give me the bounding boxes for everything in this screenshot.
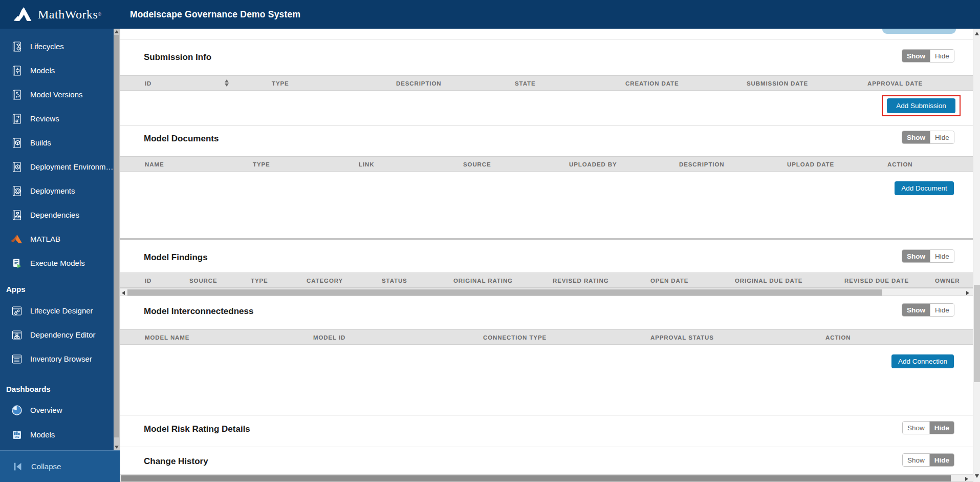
sidebar-item-execute-models[interactable]: Execute Models [0, 251, 114, 275]
execute-models-icon [10, 257, 23, 269]
show-button[interactable]: Show [903, 422, 929, 434]
column-header-approval-date: APPROVAL DATE [867, 76, 923, 91]
show-button[interactable]: Show [903, 454, 929, 466]
sidebar-item-dependencies[interactable]: Dependencies [0, 203, 114, 227]
mathworks-brand[interactable]: MathWorks ® [12, 5, 101, 24]
column-header-name: NAME [145, 157, 164, 172]
sidebar-section-apps: Apps [6, 282, 108, 296]
page-scrollbar-thumb[interactable] [121, 475, 951, 481]
column-header-action: ACTION [887, 157, 912, 172]
findings-scrollbar-thumb[interactable] [127, 289, 882, 296]
findings-horizontal-scrollbar[interactable] [120, 288, 973, 296]
hide-button[interactable]: Hide [929, 454, 954, 466]
column-header-source: SOURCE [463, 157, 491, 172]
model-documents-show-hide-toggle: Show Hide [902, 131, 954, 144]
hide-button[interactable]: Hide [930, 304, 954, 316]
hide-button[interactable]: Hide [930, 50, 954, 62]
column-header-type: TYPE [251, 273, 268, 288]
add-connection-button[interactable]: Add Connection [891, 354, 954, 368]
column-header-original-due-date: ORIGINAL DUE DATE [735, 273, 802, 288]
section-title-model-risk-rating: Model Risk Rating Details [144, 424, 250, 434]
column-header-connection-type: CONNECTION TYPE [483, 330, 547, 345]
collapse-icon [11, 460, 24, 473]
change-history-show-hide-toggle: Show Hide [902, 453, 954, 467]
sidebar-item-reviews[interactable]: Reviews [0, 107, 114, 131]
column-header-id: ID [145, 273, 151, 288]
add-submission-button[interactable]: Add Submission [887, 98, 955, 113]
partial-scrolled-button[interactable] [882, 29, 956, 34]
page-horizontal-scrollbar[interactable] [120, 474, 973, 482]
scroll-left-icon[interactable] [122, 291, 125, 295]
sidebar-item-dependency-editor[interactable]: Dependency Editor [0, 323, 114, 347]
sidebar-scrollbar-thumb[interactable] [114, 35, 119, 437]
hide-button[interactable]: Hide [930, 250, 954, 262]
hide-button[interactable]: Hide [930, 131, 954, 143]
scroll-right-icon[interactable] [965, 477, 968, 481]
hide-button[interactable]: Hide [929, 422, 954, 434]
column-header-approval-status: APPROVAL STATUS [650, 330, 714, 345]
sidebar-item-deployments[interactable]: Deployments [0, 179, 114, 203]
column-header-owner: OWNER [935, 273, 960, 288]
sidebar-item-builds[interactable]: Builds [0, 131, 114, 155]
main-content: Submission Info Show Hide ID TYPE DESCRI… [120, 29, 973, 482]
sidebar-item-label: Reviews [30, 114, 59, 123]
sidebar-item-deployment-environments[interactable]: Deployment Environm… [0, 155, 114, 179]
column-header-revised-rating: REVISED RATING [553, 273, 609, 288]
page-vertical-scrollbar[interactable] [973, 29, 980, 482]
interconnectedness-table-header: MODEL NAME MODEL ID CONNECTION TYPE APPR… [120, 329, 973, 345]
sidebar-item-label: MATLAB [30, 235, 60, 243]
sidebar-scrollbar[interactable] [114, 29, 120, 450]
column-header-source: SOURCE [189, 273, 217, 288]
sidebar-item-label: Overview [30, 406, 62, 414]
documents-table-header: NAME TYPE LINK SOURCE UPLOADED BY DESCRI… [120, 156, 973, 172]
show-button[interactable]: Show [902, 250, 930, 262]
sidebar-item-lifecycle-designer[interactable]: Lifecycle Designer [0, 299, 114, 323]
show-button[interactable]: Show [902, 304, 930, 316]
sidebar-item-matlab[interactable]: MATLAB [0, 227, 114, 251]
sidebar-item-models[interactable]: Models [0, 58, 114, 82]
sidebar-scroll-down-icon[interactable] [115, 446, 119, 449]
column-header-link: LINK [359, 157, 374, 172]
page-vscrollbar-thumb[interactable] [974, 285, 980, 382]
show-button[interactable]: Show [902, 50, 930, 62]
column-header-id[interactable]: ID [145, 76, 151, 91]
lifecycle-designer-icon [10, 304, 23, 317]
scroll-down-icon[interactable] [975, 474, 979, 478]
sidebar-scroll-up-icon[interactable] [115, 30, 119, 33]
brand-wordmark: MathWorks [38, 8, 98, 22]
sidebar-item-lifecycles[interactable]: Lifecycles [0, 34, 114, 58]
section-title-submission-info: Submission Info [144, 52, 211, 62]
show-button[interactable]: Show [902, 131, 930, 143]
sidebar-nav: Lifecycles Models Model Versions [0, 29, 120, 482]
app-header: MathWorks ® Modelscape Governance Demo S… [0, 0, 980, 29]
column-header-status: STATUS [382, 273, 407, 288]
deployment-environments-icon [10, 160, 23, 173]
column-header-upload-date: UPLOAD DATE [787, 157, 834, 172]
sidebar-collapse-button[interactable]: Collapse [0, 454, 120, 478]
column-header-revised-due-date: REVISED DUE DATE [844, 273, 909, 288]
column-header-state: STATE [515, 76, 536, 91]
sidebar-item-overview[interactable]: Overview [0, 398, 114, 422]
column-header-action: ACTION [825, 330, 851, 345]
sidebar-item-label: Models [30, 66, 55, 75]
sidebar-item-label: Inventory Browser [30, 354, 92, 363]
sidebar-item-models-dashboard[interactable]: Models [0, 423, 114, 447]
bar-chart-icon [10, 428, 23, 441]
scroll-up-icon[interactable] [975, 32, 979, 35]
add-document-button[interactable]: Add Document [895, 181, 954, 195]
matlab-icon [10, 233, 23, 245]
column-header-model-name: MODEL NAME [145, 330, 189, 345]
column-header-model-id: MODEL ID [313, 330, 345, 345]
dependency-editor-icon [10, 328, 23, 341]
sidebar-item-inventory-browser[interactable]: Inventory Browser [0, 347, 114, 371]
column-header-uploaded-by: UPLOADED BY [569, 157, 617, 172]
sidebar-item-model-versions[interactable]: Model Versions [0, 82, 114, 107]
builds-icon [10, 136, 23, 149]
column-header-open-date: OPEN DATE [650, 273, 688, 288]
sort-icon[interactable] [225, 79, 229, 87]
scroll-right-icon[interactable] [966, 291, 969, 295]
column-header-original-rating: ORIGINAL RATING [453, 273, 513, 288]
inventory-browser-icon [10, 352, 23, 365]
registered-mark: ® [98, 12, 101, 17]
column-header-type: TYPE [253, 157, 270, 172]
